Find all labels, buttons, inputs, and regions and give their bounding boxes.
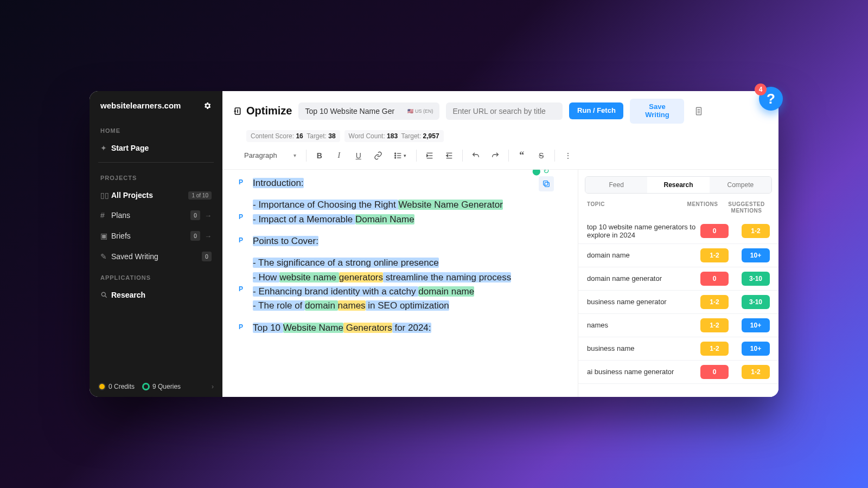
editor-block: P - The significance of a strong online … (239, 256, 555, 313)
svg-point-0 (101, 292, 105, 296)
projects-badge: 1 of 10 (188, 191, 212, 200)
p-marker: P (239, 234, 253, 248)
paragraph-style-select[interactable]: Paragraph▾ (239, 149, 302, 162)
sidebar-item-plans[interactable]: # Plans 0 → (90, 205, 222, 226)
research-row[interactable]: top 10 website name generators to explor… (578, 219, 778, 244)
topbar: Optimize Top 10 Website Name Ger 🇺🇸US (E… (222, 91, 778, 128)
sparkle-icon: ✦ (100, 144, 111, 152)
research-row[interactable]: domain name generator03-10 (578, 267, 778, 291)
editor-block: P Points to Cover: (239, 234, 555, 248)
arrow-icon: → (205, 232, 212, 240)
queries-chip[interactable]: 9 Queries (142, 383, 181, 390)
document-title-field[interactable]: Top 10 Website Name Ger 🇺🇸US (EN) (298, 102, 439, 120)
run-fetch-button[interactable]: Run / Fetch (569, 102, 623, 119)
credits-icon (98, 383, 106, 390)
sidebar-item-start-page[interactable]: ✦ Start Page (90, 138, 222, 158)
sidebar-item-research[interactable]: Research (90, 285, 222, 305)
underline-button[interactable]: U (350, 147, 367, 164)
mentions-chip: 1-2 (700, 295, 729, 309)
editor-block: P - Importance of Choosing the Right Web… (239, 198, 555, 227)
sidebar-item-label: Start Page (111, 144, 212, 152)
tab-compete[interactable]: Compete (710, 177, 771, 193)
undo-button[interactable] (467, 147, 484, 164)
research-topic: top 10 website name generators to explor… (587, 223, 700, 239)
sidebar-item-label: Briefs (111, 232, 187, 240)
sidebar-item-all-projects[interactable]: ▯▯ All Projects 1 of 10 (90, 185, 222, 205)
suggested-chip: 3-10 (742, 272, 770, 286)
bold-button[interactable]: B (311, 147, 328, 164)
research-panel: Feed Research Compete TOPIC MENTIONS SUG… (578, 170, 778, 397)
svg-rect-21 (545, 182, 549, 187)
research-row[interactable]: names1-210+ (578, 314, 778, 337)
page-title: Optimize (233, 105, 292, 117)
research-row[interactable]: ai business name generator01-2 (578, 361, 778, 384)
bullet-list-button[interactable]: ▾ (389, 147, 412, 164)
plans-count: 0 (190, 210, 200, 220)
projects-section-label: PROJECTS (90, 167, 222, 185)
credits-chip[interactable]: 0 Credits (98, 383, 135, 390)
redo-button[interactable] (487, 147, 504, 164)
more-button[interactable]: ⋮ (559, 147, 577, 164)
sidebar-item-saved-writing[interactable]: ✎ Saved Writing 0 (90, 246, 222, 267)
svg-point-13 (395, 157, 396, 158)
credits-label: 0 Credits (108, 383, 135, 390)
sidebar-item-label: All Projects (111, 191, 188, 200)
hash-icon: # (100, 211, 111, 220)
tab-research[interactable]: Research (647, 177, 709, 193)
gear-icon[interactable] (203, 101, 212, 110)
research-tabs: Feed Research Compete (585, 176, 772, 194)
col-topic: TOPIC (587, 201, 682, 214)
mentions-chip: 0 (700, 224, 729, 238)
research-row[interactable]: domain name1-210+ (578, 244, 778, 267)
edit-icon: ✎ (100, 252, 111, 261)
tab-feed[interactable]: Feed (585, 177, 647, 193)
sidebar-item-label: Research (111, 291, 212, 299)
save-writing-button[interactable]: Save Writing (630, 99, 684, 124)
suggested-chip: 1-2 (742, 365, 770, 379)
research-topic: domain name generator (587, 274, 700, 282)
mentions-chip: 1-2 (700, 248, 729, 262)
applications-section-label: APPLICATIONS (90, 267, 222, 285)
research-topic: ai business name generator (587, 368, 700, 376)
editor-block: P Top 10 Website Name Generators for 202… (239, 321, 555, 335)
editor[interactable]: ⬤ ↻ P Introduction: P - Importance of Ch… (222, 170, 578, 397)
sidebar-header: websitelearners.com (90, 91, 222, 120)
saved-count: 0 (202, 252, 212, 261)
indent-button[interactable] (421, 147, 438, 164)
italic-button[interactable]: I (330, 147, 348, 164)
copy-button[interactable] (539, 176, 554, 191)
editor-block: P Introduction: (239, 176, 555, 190)
sidebar: websitelearners.com HOME ✦ Start Page PR… (90, 91, 222, 397)
editor-status-icons: ⬤ ↻ (532, 170, 550, 175)
queries-icon (142, 383, 150, 390)
editor-toolbar: Paragraph▾ B I U ▾ (222, 144, 778, 170)
divider (98, 162, 214, 163)
chevron-right-icon[interactable]: › (212, 383, 214, 390)
word-count-group: Word Count: 183 Target: 2,957 (344, 130, 444, 142)
queries-label: 9 Queries (152, 383, 181, 390)
sidebar-item-briefs[interactable]: ▣ Briefs 0 → (90, 226, 222, 246)
p-marker: P (239, 256, 253, 313)
mentions-chip: 0 (700, 365, 729, 379)
suggested-chip: 10+ (742, 248, 770, 262)
outdent-button[interactable] (441, 147, 458, 164)
research-row[interactable]: business name1-210+ (578, 337, 778, 361)
url-search-input[interactable] (446, 102, 563, 120)
briefs-icon: ▣ (100, 232, 111, 240)
projects-icon: ▯▯ (100, 191, 111, 200)
check-icon: ⬤ (532, 170, 541, 175)
research-topic: business name generator (587, 298, 700, 306)
strikethrough-button[interactable]: S (533, 147, 550, 164)
metrics-bar: Content Score: 16 Target: 38 Word Count:… (222, 128, 778, 144)
document-icon-button[interactable] (691, 102, 707, 120)
sidebar-item-label: Plans (111, 211, 187, 220)
suggested-chip: 1-2 (742, 224, 770, 238)
research-topic: business name (587, 344, 700, 352)
research-topic: domain name (587, 251, 700, 259)
research-rows: top 10 website name generators to explor… (578, 219, 778, 397)
link-button[interactable] (369, 147, 387, 164)
research-header: TOPIC MENTIONS SUGGESTED MENTIONS (578, 194, 778, 219)
document-title-text: Top 10 Website Name Ger (305, 107, 394, 115)
quote-button[interactable]: “ (513, 147, 531, 164)
research-row[interactable]: business name generator1-23-10 (578, 291, 778, 314)
